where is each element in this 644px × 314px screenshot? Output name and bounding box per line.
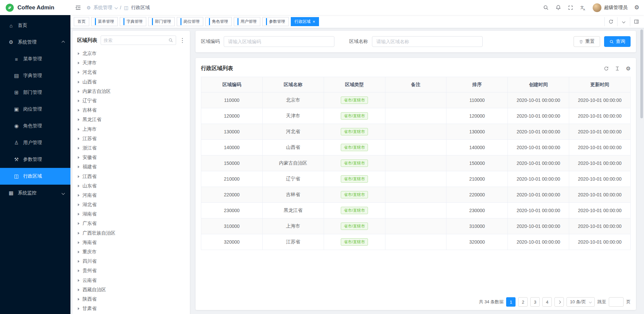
page-button[interactable]: 3 (530, 297, 540, 307)
search-icon[interactable] (168, 38, 173, 43)
tree-more-icon[interactable] (179, 38, 185, 43)
tab[interactable]: 用户管理 (234, 17, 260, 26)
caret-right-icon[interactable] (78, 251, 79, 253)
tab-close-icon[interactable] (313, 19, 315, 24)
tab[interactable]: 首页 (74, 17, 89, 26)
jump-page-input[interactable] (609, 297, 624, 307)
tab[interactable]: 岗位管理 (177, 17, 203, 26)
caret-right-icon[interactable] (78, 307, 79, 310)
table-row[interactable]: 230000 黑龙江省 省市/直辖市 230000 2020-10-01 00:… (201, 203, 631, 218)
next-page-button[interactable] (554, 297, 564, 307)
page-scrollbar[interactable] (640, 29, 643, 118)
caret-right-icon[interactable] (78, 194, 79, 197)
tree-item[interactable]: 北京市 (77, 49, 185, 58)
sidebar-submenu-item[interactable]: ▤ 字典管理 (0, 67, 70, 84)
caret-right-icon[interactable] (78, 118, 79, 121)
caret-right-icon[interactable] (78, 137, 79, 140)
caret-right-icon[interactable] (78, 298, 79, 301)
row-density-icon[interactable] (615, 66, 620, 71)
tree-item[interactable]: 安徽省 (77, 153, 185, 162)
translate-icon[interactable]: 文A (580, 5, 586, 11)
fullscreen-icon[interactable] (568, 5, 573, 10)
sidebar-submenu-item[interactable]: ◫ 行政区域 (0, 168, 70, 185)
tab[interactable]: 菜单管理 (91, 17, 118, 26)
table-row[interactable]: 220000 吉林省 省市/直辖市 220000 2020-10-01 00:0… (201, 187, 631, 203)
tree-item[interactable]: 海南省 (77, 238, 185, 247)
sidebar-submenu-item[interactable]: ⚒ 参数管理 (0, 151, 70, 168)
refresh-icon[interactable] (604, 66, 609, 71)
caret-right-icon[interactable] (78, 109, 79, 112)
caret-right-icon[interactable] (78, 100, 79, 102)
tab[interactable]: 部门管理 (148, 17, 175, 26)
sidebar-submenu-item[interactable]: ⊞ 部门管理 (0, 84, 70, 101)
layout-panel-icon[interactable] (630, 17, 643, 26)
tree-item[interactable]: 山西省 (77, 77, 185, 87)
tree-item[interactable]: 浙江省 (77, 143, 185, 153)
table-row[interactable]: 140000 山西省 省市/直辖市 140000 2020-10-01 00:0… (201, 140, 631, 155)
tree-item[interactable]: 甘肃省 (77, 304, 185, 313)
page-button[interactable]: 4 (542, 297, 552, 307)
tree-item[interactable]: 上海市 (77, 125, 185, 134)
tree-item[interactable]: 河北省 (77, 68, 185, 77)
sidebar-group-monitor[interactable]: ▦ 系统监控 (0, 185, 70, 201)
caret-right-icon[interactable] (78, 213, 79, 215)
sidebar-submenu-item[interactable]: ▣ 岗位管理 (0, 101, 70, 118)
caret-right-icon[interactable] (78, 156, 79, 159)
search-icon[interactable] (543, 5, 549, 10)
caret-right-icon[interactable] (78, 279, 79, 282)
sidebar-group-system[interactable]: ⚙ 系统管理 (0, 34, 70, 51)
tab[interactable]: 角色管理 (205, 17, 232, 26)
caret-right-icon[interactable] (78, 175, 79, 178)
caret-right-icon[interactable] (78, 52, 79, 55)
caret-right-icon[interactable] (78, 269, 79, 272)
caret-right-icon[interactable] (78, 289, 79, 291)
page-button[interactable]: 1 (506, 297, 516, 307)
breadcrumb-section[interactable]: 系统管理 (94, 5, 112, 11)
tab[interactable]: 参数管理 (262, 17, 289, 26)
table-row[interactable]: 320000 江苏省 省市/直辖市 320000 2020-10-01 00:0… (201, 234, 631, 250)
collapse-sidebar-icon[interactable] (75, 5, 81, 11)
tab[interactable]: 字典管理 (120, 17, 146, 26)
user-menu[interactable]: 超级管理员 (593, 3, 628, 12)
tree-item[interactable]: 广东省 (77, 219, 185, 228)
caret-right-icon[interactable] (78, 62, 79, 64)
column-settings-icon[interactable] (626, 65, 631, 72)
tab-options-chevron-icon[interactable] (617, 17, 630, 26)
table-row[interactable]: 150000 内蒙古自治区 省市/直辖市 150000 2020-10-01 0… (201, 155, 631, 171)
caret-right-icon[interactable] (78, 147, 79, 149)
tree-item[interactable]: 西藏自治区 (77, 285, 185, 295)
tab[interactable]: 行政区域 (291, 17, 319, 26)
settings-gear-icon[interactable] (634, 4, 639, 11)
region-code-input[interactable] (224, 36, 334, 47)
caret-right-icon[interactable] (78, 128, 79, 131)
page-button[interactable]: 2 (518, 297, 528, 307)
tree-item[interactable]: 贵州省 (77, 266, 185, 275)
caret-right-icon[interactable] (78, 232, 79, 235)
tree-item[interactable]: 天津市 (77, 58, 185, 68)
table-row[interactable]: 210000 辽宁省 省市/直辖市 210000 2020-10-01 00:0… (201, 171, 631, 187)
tree-item[interactable]: 江西省 (77, 172, 185, 181)
tree-item[interactable]: 江苏省 (77, 134, 185, 143)
refresh-icon[interactable] (604, 17, 617, 26)
caret-right-icon[interactable] (78, 185, 79, 187)
table-row[interactable]: 310000 上海市 省市/直辖市 310000 2020-10-01 00:0… (201, 218, 631, 234)
tree-item[interactable]: 云南省 (77, 276, 185, 285)
table-row[interactable]: 120000 天津市 省市/直辖市 120000 2020-10-01 00:0… (201, 108, 631, 124)
caret-right-icon[interactable] (78, 203, 79, 206)
sidebar-item-home[interactable]: ⌂ 首页 (0, 17, 70, 34)
page-size-select[interactable]: 10 条/页 (567, 297, 595, 307)
region-name-input[interactable] (372, 36, 483, 47)
caret-right-icon[interactable] (78, 166, 79, 168)
tree-item[interactable]: 陕西省 (77, 295, 185, 304)
tree-item[interactable]: 福建省 (77, 162, 185, 172)
table-row[interactable]: 110000 北京市 省市/直辖市 110000 2020-10-01 00:0… (201, 92, 631, 108)
tree-item[interactable]: 湖南省 (77, 209, 185, 219)
tree-item[interactable]: 吉林省 (77, 106, 185, 115)
tree-item[interactable]: 重庆市 (77, 247, 185, 257)
caret-right-icon[interactable] (78, 71, 79, 74)
tree-item[interactable]: 广西壮族自治区 (77, 229, 185, 238)
caret-right-icon[interactable] (78, 90, 79, 93)
caret-right-icon[interactable] (78, 241, 79, 244)
caret-right-icon[interactable] (78, 222, 79, 225)
sidebar-submenu-item[interactable]: ♙ 用户管理 (0, 134, 70, 151)
